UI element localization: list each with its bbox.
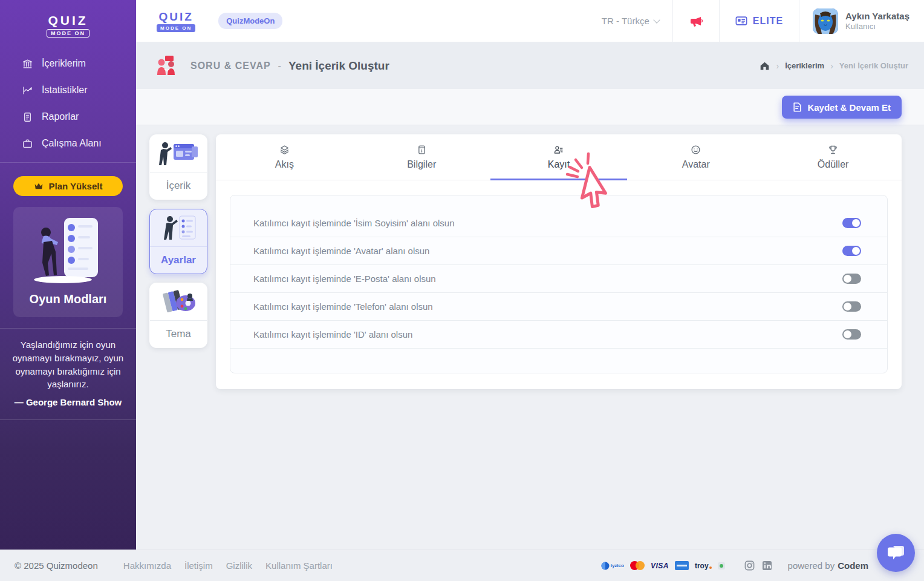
troy-logo: troy [695, 562, 712, 570]
crown-icon [34, 182, 44, 190]
visa-logo: VISA [651, 562, 669, 570]
quote-text: Yaşlandığımız için oyun oynamayı bırakma… [10, 338, 126, 391]
tab-label: Kayıt [548, 159, 570, 170]
language-selector[interactable]: TR - Türkçe [588, 16, 672, 26]
action-band: Kaydet & Devam Et [136, 89, 924, 125]
tab-label: Ödüller [818, 159, 849, 170]
id-badge-icon [735, 16, 747, 26]
toggle-knob [844, 330, 851, 338]
quote-block: Yaşlandığımız için oyun oynamayı bırakma… [0, 329, 136, 419]
avatar [813, 8, 838, 34]
setting-row: Katılımcı kayıt işleminde 'Avatar' alanı… [230, 237, 887, 265]
mastercard-logo [630, 561, 645, 570]
save-continue-button[interactable]: Kaydet & Devam Et [782, 96, 902, 119]
instagram-icon[interactable] [744, 560, 755, 571]
amex-logo [675, 561, 689, 570]
tab-rewards[interactable]: Ödüller [764, 134, 902, 180]
secure-payment-icon [718, 562, 725, 570]
user-name: Aykın Yarkataş [845, 11, 909, 21]
footer-link[interactable]: Hakkımızda [123, 560, 171, 571]
smiley-icon [691, 145, 701, 155]
breadcrumb-dash: - [278, 61, 281, 71]
tab-info[interactable]: Bilgiler [353, 134, 490, 180]
setting-row: Katılımcı kayıt işleminde 'İsim Soyisim'… [230, 209, 887, 237]
save-document-icon [793, 102, 802, 112]
setting-row: Katılımcı kayıt işleminde 'ID' alanı ols… [230, 321, 887, 349]
game-modes-title: Oyun Modları [30, 292, 107, 306]
sidebar-item-statistics[interactable]: İstatistikler [22, 80, 136, 100]
toggle-knob [844, 303, 851, 310]
iyzico-logo: iyzico [601, 562, 624, 570]
payment-logos: iyzico VISA troy [601, 561, 725, 570]
workspace-badge[interactable]: QuizModeOn [218, 13, 282, 29]
chevron-down-icon [653, 16, 660, 23]
library-icon [22, 58, 33, 70]
theme-step-illustration [150, 283, 207, 321]
breadcrumb-link-contents[interactable]: İçeriklerim [785, 61, 824, 70]
top-header: QUIZ MODE ON QuizModeOn TR - Türkçe ELIT… [136, 0, 924, 42]
setting-toggle[interactable] [842, 246, 861, 256]
setting-label: Katılımcı kayıt işleminde 'ID' alanı ols… [253, 329, 842, 340]
toggle-knob [844, 275, 851, 283]
content-category: SORU & CEVAP [190, 61, 271, 71]
tab-bar: Akış Bilgiler Kayıt Avatar Ödüller [216, 134, 902, 180]
setting-toggle[interactable] [842, 329, 861, 340]
trophy-icon [828, 145, 838, 155]
chat-widget-button[interactable] [877, 534, 915, 572]
quote-author: — George Bernard Show [10, 397, 126, 416]
home-icon[interactable] [760, 61, 770, 71]
footer-link[interactable]: İletişim [184, 560, 213, 571]
step-card-theme[interactable]: Tema [149, 283, 207, 348]
step-card-settings[interactable]: Ayarlar [149, 209, 207, 274]
upgrade-plan-button[interactable]: Plan Yükselt [13, 176, 123, 196]
tab-label: Bilgiler [407, 159, 436, 170]
tab-avatar[interactable]: Avatar [627, 134, 764, 180]
header-logo[interactable]: QUIZ MODE ON [157, 10, 195, 32]
linkedin-icon[interactable] [762, 560, 772, 571]
save-continue-label: Kaydet & Devam Et [807, 102, 891, 113]
breadcrumb-bar: SORU & CEVAP - Yeni İçerik Oluştur › İçe… [136, 42, 924, 89]
tab-label: Avatar [682, 159, 710, 170]
sidebar-item-workspace[interactable]: Çalışma Alanı [22, 133, 136, 154]
tab-label: Akış [275, 159, 294, 170]
setting-label: Katılımcı kayıt işleminde 'E-Posta' alan… [253, 274, 842, 284]
sidebar-logo: QUIZ MODE ON [0, 0, 136, 48]
toggle-knob [852, 219, 860, 227]
user-menu[interactable]: Aykın Yarkataş Kullanıcı [799, 0, 924, 42]
setting-toggle[interactable] [842, 301, 861, 312]
setting-label: Katılımcı kayıt işleminde 'İsim Soyisim'… [253, 218, 842, 228]
sidebar: QUIZ MODE ON İçeriklerim İstatistikler R… [0, 0, 136, 550]
plan-badge[interactable]: ELITE [720, 0, 799, 42]
setting-toggle[interactable] [842, 218, 861, 228]
sidebar-item-reports[interactable]: Raporlar [22, 107, 136, 127]
logo-text: QUIZ [158, 10, 193, 24]
layers-icon [279, 145, 290, 155]
chevron-right-icon: › [830, 61, 833, 71]
announcements-button[interactable] [673, 0, 719, 42]
game-modes-card[interactable]: Oyun Modları [13, 207, 123, 317]
settings-step-illustration [150, 209, 207, 247]
setting-toggle[interactable] [842, 274, 861, 284]
step-label-settings: Ayarlar [150, 247, 207, 274]
sidebar-item-label: Raporlar [42, 111, 79, 122]
copyright: © 2025 Quizmodeon [15, 560, 98, 571]
footer-link[interactable]: Kullanım Şartları [265, 560, 333, 571]
tab-flow[interactable]: Akış [216, 134, 353, 180]
step-label-theme: Tema [150, 321, 207, 347]
setting-row: Katılımcı kayıt işleminde 'E-Posta' alan… [230, 265, 887, 293]
language-label: TR - Türkçe [602, 16, 649, 26]
powered-brand: Codem [838, 560, 868, 571]
sidebar-item-contents[interactable]: İçeriklerim [22, 53, 136, 74]
footer-links: HakkımızdaİletişimGizlilikKullanım Şartl… [123, 560, 333, 571]
tab-registration[interactable]: Kayıt [490, 134, 628, 180]
qna-illustration [153, 53, 180, 79]
report-icon [22, 111, 33, 123]
sidebar-item-label: İçeriklerim [42, 58, 86, 69]
footer-link[interactable]: Gizlilik [226, 560, 252, 571]
powered-prefix: powered by [788, 560, 835, 571]
plan-label: ELITE [753, 16, 783, 27]
upgrade-plan-label: Plan Yükselt [49, 181, 103, 191]
content-step-illustration [150, 135, 207, 172]
step-card-content[interactable]: İçerik [149, 134, 207, 200]
settings-card: Akış Bilgiler Kayıt Avatar Ödüller Katıl… [216, 134, 902, 389]
